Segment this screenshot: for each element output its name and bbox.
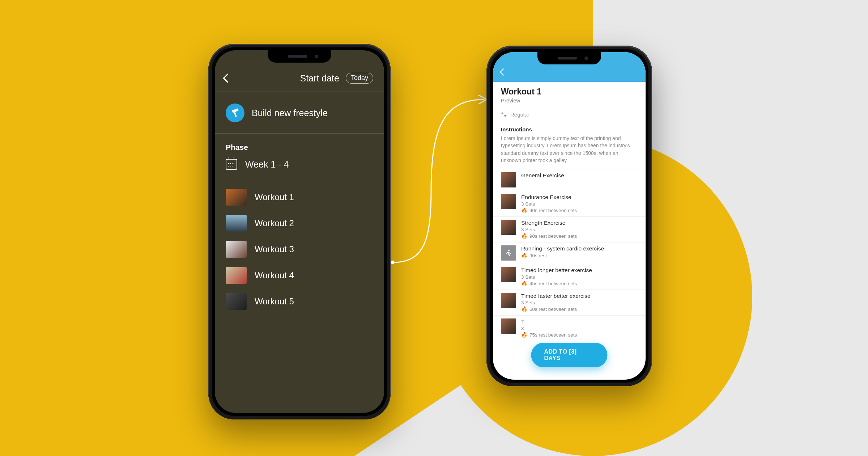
exercise-row[interactable]: Running - system cardio exercise 🔥90s re… — [493, 242, 646, 264]
exercise-sets: 3 — [521, 326, 638, 331]
workout-row[interactable]: Workout 1 — [226, 184, 373, 210]
fire-icon: 🔥 — [521, 332, 527, 338]
exercise-thumbnail — [501, 194, 516, 209]
exercise-rest: 🔥90s rest between sets — [521, 233, 638, 239]
sort-icon — [501, 112, 507, 117]
back-icon[interactable] — [223, 73, 232, 83]
exercise-list: General Exercise Endurance Exercise 3 Se… — [493, 169, 646, 380]
workout-subtitle: Preview — [501, 97, 638, 104]
running-icon — [501, 245, 516, 261]
mode-label: Regular — [510, 111, 529, 118]
background-yellow-shape — [0, 0, 868, 456]
exercise-row[interactable]: T 3 🔥75s rest between sets — [493, 316, 646, 341]
start-date-pill[interactable]: Today — [346, 73, 373, 84]
workout-thumbnail — [226, 189, 247, 206]
instructions-heading: Instructions — [501, 126, 638, 132]
exercise-thumbnail — [501, 293, 516, 308]
workout-label: Workout 1 — [255, 192, 294, 202]
phone-notch — [268, 50, 331, 63]
workout-row[interactable]: Workout 4 — [226, 262, 373, 288]
exercise-name: T — [521, 318, 638, 325]
exercise-row[interactable]: Endurance Exercise 3 Sets 🔥90s rest betw… — [493, 191, 646, 217]
workout-label: Workout 2 — [255, 218, 294, 228]
exercise-rest: 🔥90s rest between sets — [521, 207, 638, 213]
workout-label: Workout 5 — [255, 296, 294, 307]
add-to-days-button[interactable]: ADD TO [3] DAYS — [531, 343, 608, 367]
instructions-body: Lorem Ipsum is simply dummy text of the … — [501, 135, 638, 164]
exercise-thumbnail — [501, 267, 516, 282]
exercise-name: General Exercise — [521, 172, 638, 179]
workout-label: Workout 3 — [255, 244, 294, 254]
workout-label: Workout 4 — [255, 270, 294, 280]
exercise-name: Endurance Exercise — [521, 194, 638, 200]
instructions-block: Instructions Lorem Ipsum is simply dummy… — [493, 121, 646, 169]
workout-thumbnail — [226, 241, 247, 258]
phase-section: Phase Week 1 - 4 — [215, 134, 384, 183]
workout-thumbnail — [226, 293, 247, 310]
exercise-rest: 🔥75s rest between sets — [521, 332, 638, 338]
fire-icon: 🔥 — [521, 233, 527, 239]
fire-icon: 🔥 — [521, 253, 527, 258]
build-new-freestyle-row[interactable]: Build new freestyle — [215, 92, 384, 134]
workout-thumbnail — [226, 215, 247, 232]
workout-list: Workout 1 Workout 2 Workout 3 Workout 4 … — [215, 183, 384, 314]
exercise-sets: 3 Sets — [521, 201, 638, 207]
exercise-thumbnail — [501, 172, 516, 187]
exercise-sets: 3 Sets — [521, 300, 638, 305]
phase-range-label: Week 1 - 4 — [245, 159, 289, 170]
phone-plan-builder: Start date Today Build new freestyle Pha… — [208, 44, 391, 419]
workout-thumbnail — [226, 267, 247, 284]
exercise-row[interactable]: Timed longer better exercise 3 Sets 🔥45s… — [493, 264, 646, 290]
workout-row[interactable]: Workout 3 — [226, 236, 373, 262]
title-block: Workout 1 Preview — [493, 82, 646, 108]
fire-icon: 🔥 — [521, 306, 527, 312]
exercise-sets: 3 Sets — [521, 274, 638, 280]
workout-row[interactable]: Workout 2 — [226, 210, 373, 236]
exercise-rest: 🔥60s rest between sets — [521, 306, 638, 312]
exercise-name: Timed longer better exercise — [521, 267, 638, 274]
exercise-rest: 🔥90s rest — [521, 253, 638, 258]
exercise-sets: 3 Sets — [521, 227, 638, 232]
calendar-icon — [226, 159, 237, 170]
fire-icon: 🔥 — [521, 280, 527, 286]
build-icon-button[interactable] — [226, 104, 244, 122]
workout-title: Workout 1 — [501, 87, 638, 97]
fire-icon: 🔥 — [521, 207, 527, 213]
exercise-thumbnail — [501, 318, 516, 334]
workout-row[interactable]: Workout 5 — [226, 288, 373, 314]
exercise-row[interactable]: General Exercise — [493, 169, 646, 191]
back-icon[interactable] — [500, 68, 507, 76]
exercise-name: Running - system cardio exercise — [521, 245, 638, 252]
header-title: Start date — [300, 73, 339, 84]
phase-range-row[interactable]: Week 1 - 4 — [226, 159, 373, 183]
exercise-row[interactable]: Timed faster better exercise 3 Sets 🔥60s… — [493, 290, 646, 316]
phase-heading: Phase — [226, 143, 373, 152]
exercise-name: Strength Exercise — [521, 220, 638, 226]
mode-selector[interactable]: Regular — [493, 108, 646, 121]
hammer-icon — [231, 109, 240, 118]
phone-workout-detail: Workout 1 Preview Regular Instructions L… — [486, 46, 652, 386]
exercise-row[interactable]: Strength Exercise 3 Sets 🔥90s rest betwe… — [493, 217, 646, 242]
phone-notch — [537, 52, 601, 64]
exercise-name: Timed faster better exercise — [521, 293, 638, 299]
exercise-thumbnail — [501, 220, 516, 235]
exercise-rest: 🔥45s rest between sets — [521, 280, 638, 286]
build-label: Build new freestyle — [252, 108, 328, 118]
